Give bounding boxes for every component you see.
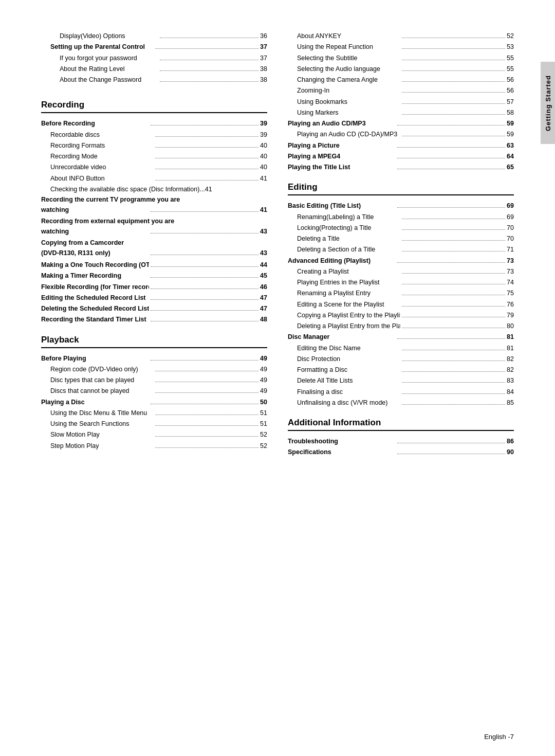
toc-page: 74: [507, 277, 514, 288]
toc-label: Creating a Playlist: [288, 266, 400, 277]
toc-page: 37: [260, 53, 267, 64]
toc-page: 69: [507, 201, 514, 211]
toc-entry: Deleting a Playlist Entry from the Playl…: [288, 321, 514, 332]
toc-page: 63: [507, 140, 514, 151]
toc-page: 48: [260, 314, 267, 325]
toc-entry: Step Motion Play52: [41, 441, 267, 452]
toc-label: Changing the Camera Angle: [288, 75, 400, 85]
toc-page: 84: [507, 387, 514, 398]
toc-page: 55: [507, 64, 514, 75]
toc-label: Playing an Audio CD (CD-DA)/MP3: [288, 129, 400, 140]
side-tab-label: Getting Started: [544, 75, 552, 131]
toc-label: Disc Protection: [288, 354, 400, 365]
toc-entry: Discs that cannot be played49: [41, 386, 267, 397]
toc-page: 79: [507, 310, 514, 321]
toc-page: 55: [507, 53, 514, 64]
toc-entry: About INFO Button41: [41, 173, 267, 184]
toc-entry: Disc Protection82: [288, 354, 514, 365]
toc-entry: Editing the Disc Name81: [288, 343, 514, 354]
toc-entry: About ANYKEY52: [288, 31, 514, 42]
toc-page: 59: [507, 129, 514, 140]
toc-label: Disc Manager: [288, 332, 396, 343]
toc-page: 49: [260, 375, 267, 386]
toc-entry: Playing a MPEG464: [288, 151, 514, 162]
toc-page: 81: [507, 332, 514, 343]
toc-entry: Formatting a Disc82: [288, 365, 514, 375]
toc-entry: Zooming-In56: [288, 85, 514, 96]
toc-page: 70: [507, 223, 514, 233]
toc-page: 51: [260, 419, 267, 429]
toc-entry: Troubleshooting86: [288, 436, 514, 447]
toc-page: 90: [507, 447, 514, 458]
toc-entry: Using Markers58: [288, 107, 514, 118]
toc-label: Zooming-In: [288, 85, 400, 96]
toc-label: Step Motion Play: [41, 441, 154, 452]
toc-page: 44: [260, 260, 267, 271]
toc-page: 85: [507, 398, 514, 408]
toc-entry: Deleting a Section of a Title71: [288, 244, 514, 255]
toc-entry: Selecting the Subtitle55: [288, 53, 514, 64]
right-column: About ANYKEY52Using the Repeat Function5…: [288, 31, 514, 458]
toc-page: 73: [507, 266, 514, 277]
toc-page: 65: [507, 162, 514, 173]
toc-page: 36: [260, 31, 267, 42]
toc-entry: Disc types that can be played49: [41, 375, 267, 386]
toc-label: Before Recording: [41, 118, 149, 129]
toc-entry: Locking(Protecting) a Title70: [288, 223, 514, 233]
toc-label: Making a Timer Recording: [41, 271, 149, 281]
toc-label: Using the Disc Menu & Title Menu: [41, 408, 154, 419]
toc-label: Before Playing: [41, 353, 149, 364]
toc-label: Using Markers: [288, 107, 400, 118]
toc-label: Recordable discs: [41, 130, 154, 140]
toc-page: 73: [507, 256, 514, 266]
toc-entry: Playing an Audio CD/MP359: [288, 118, 514, 129]
toc-page: 56: [507, 75, 514, 85]
toc-entry: Recordable discs39: [41, 130, 267, 140]
side-tab: Getting Started: [541, 62, 555, 144]
toc-label: Unfinalising a disc (V/VR mode): [288, 398, 400, 408]
toc-label-line2: watching43: [41, 226, 267, 237]
toc-label: Checking the available disc space (Disc …: [41, 184, 267, 195]
toc-entry: Playing Entries in the Playlist74: [288, 277, 514, 288]
toc-label: Renaming(Labeling) a Title: [288, 212, 400, 223]
toc-entry: Slow Motion Play52: [41, 429, 267, 440]
toc-page: 40: [260, 151, 267, 162]
toc-page: 49: [260, 364, 267, 375]
toc-label: Locking(Protecting) a Title: [288, 223, 400, 233]
toc-page: 76: [507, 299, 514, 310]
section-title: Recording: [41, 100, 267, 113]
toc-label-line1: Copying from a Camcorder: [41, 238, 267, 248]
toc-page: 57: [507, 97, 514, 107]
toc-page: 83: [507, 375, 514, 386]
toc-entry: Selecting the Audio language55: [288, 64, 514, 75]
toc-label: Disc types that can be played: [41, 375, 154, 386]
toc-label: Recording the Standard Timer List: [41, 314, 149, 325]
toc-entry: Playing a Disc50: [41, 397, 267, 408]
section-title: Playback: [41, 335, 267, 348]
toc-page: 49: [260, 353, 267, 364]
toc-page: 75: [507, 288, 514, 299]
toc-page: 52: [260, 429, 267, 440]
toc-page: 41: [260, 173, 267, 184]
toc-label: Basic Editing (Title List): [288, 201, 396, 211]
toc-label: Making a One Touch Recording (OTR): [41, 260, 149, 271]
toc-page: 39: [260, 130, 267, 140]
toc-page: 38: [260, 64, 267, 75]
toc-label: Delete All Title Lists: [288, 375, 400, 386]
toc-entry: Renaming a Playlist Entry75: [288, 288, 514, 299]
toc-label-line1: Recording the current TV programme you a…: [41, 195, 267, 205]
toc-page: 70: [507, 233, 514, 244]
toc-entry: Playing an Audio CD (CD-DA)/MP359: [288, 129, 514, 140]
toc-entry: Checking the available disc space (Disc …: [41, 184, 267, 195]
toc-entry: Renaming(Labeling) a Title69: [288, 212, 514, 223]
section-title: Additional Information: [288, 418, 514, 431]
toc-label: Formatting a Disc: [288, 365, 400, 375]
toc-page: 69: [507, 212, 514, 223]
toc-label: Advanced Editing (Playlist): [288, 256, 396, 266]
toc-entry: Using the Repeat Function53: [288, 42, 514, 52]
toc-entry: Setting up the Parental Control37: [41, 42, 267, 52]
toc-page: 45: [260, 271, 267, 281]
toc-entry: Recording Formats40: [41, 140, 267, 151]
toc-page: 39: [260, 118, 267, 129]
content-columns: Display(Video) Options36Setting up the P…: [41, 31, 514, 458]
